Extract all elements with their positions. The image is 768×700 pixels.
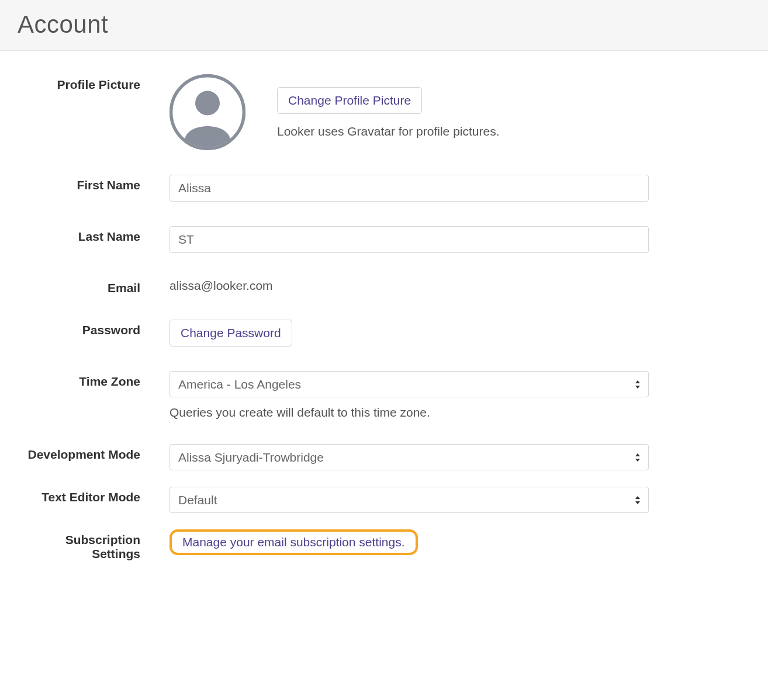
text-editor-mode-select[interactable]: Default (169, 487, 649, 513)
first-name-input[interactable] (169, 175, 649, 202)
row-profile-picture: Profile Picture Change Profile Picture (18, 74, 750, 150)
development-mode-select[interactable]: Alissa Sjuryadi-Trowbridge (169, 444, 649, 470)
label-profile-picture: Profile Picture (57, 78, 140, 91)
manage-subscription-link[interactable]: Manage your email subscription settings. (182, 535, 405, 549)
svg-point-4 (195, 91, 220, 116)
row-development-mode: Development Mode Alissa Sjuryadi-Trowbri… (18, 444, 750, 470)
row-subscription-settings: Subscription Settings Manage your email … (18, 529, 750, 561)
page-title: Account (18, 11, 750, 39)
row-last-name: Last Name (18, 226, 750, 253)
page-header: Account (0, 0, 768, 51)
email-value: alissa@looker.com (169, 278, 649, 293)
label-development-mode: Development Mode (27, 448, 140, 461)
label-last-name: Last Name (78, 230, 140, 243)
change-profile-picture-button[interactable]: Change Profile Picture (277, 87, 422, 114)
label-first-name: First Name (77, 178, 140, 192)
time-zone-help: Queries you create will default to this … (169, 406, 649, 420)
row-password: Password Change Password (18, 320, 750, 346)
label-text-editor-mode: Text Editor Mode (41, 490, 140, 504)
row-time-zone: Time Zone America - Los Angeles Queries … (18, 371, 750, 420)
profile-picture-help: Looker uses Gravatar for profile picture… (277, 124, 500, 138)
avatar-icon (169, 74, 245, 150)
change-password-button[interactable]: Change Password (169, 320, 292, 346)
row-first-name: First Name (18, 175, 750, 202)
label-time-zone: Time Zone (79, 375, 140, 388)
label-subscription-settings: Subscription Settings (65, 533, 140, 560)
time-zone-select[interactable]: America - Los Angeles (169, 371, 649, 397)
label-password: Password (82, 323, 140, 337)
row-text-editor-mode: Text Editor Mode Default (18, 487, 750, 513)
label-email: Email (108, 281, 140, 294)
last-name-input[interactable] (169, 226, 649, 253)
subscription-highlight: Manage your email subscription settings. (169, 529, 418, 555)
row-email: Email alissa@looker.com (18, 278, 750, 295)
account-form: Profile Picture Change Profile Picture (0, 51, 768, 584)
